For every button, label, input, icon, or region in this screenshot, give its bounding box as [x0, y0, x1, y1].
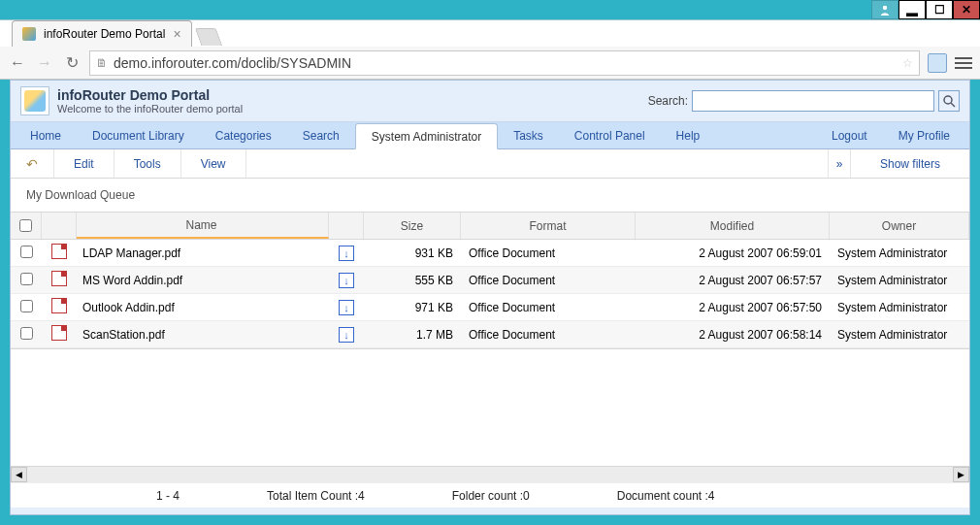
cell-modified: 2 August 2007 06:57:50	[636, 301, 830, 314]
col-name[interactable]: Name	[77, 213, 329, 239]
address-bar[interactable]: 🗎 demo.inforouter.com/doclib/SYSADMIN ☆	[89, 50, 920, 76]
svg-point-0	[883, 6, 887, 10]
row-checkbox[interactable]	[20, 246, 33, 258]
cell-size: 555 KB	[364, 274, 461, 287]
cell-modified: 2 August 2007 06:57:57	[636, 274, 830, 287]
search-input[interactable]	[692, 90, 934, 112]
pdf-icon	[51, 325, 67, 341]
url-text: demo.inforouter.com/doclib/SYSADMIN	[114, 55, 351, 71]
col-modified[interactable]: Modified	[636, 213, 830, 239]
nav-tasks[interactable]: Tasks	[498, 122, 559, 148]
status-total: Total Item Count :4	[267, 489, 365, 503]
show-filters-button[interactable]: Show filters	[851, 149, 969, 178]
forward-button[interactable]: →	[35, 53, 54, 73]
nav-my-profile[interactable]: My Profile	[883, 122, 965, 148]
user-icon[interactable]	[871, 0, 898, 19]
nav-search[interactable]: Search	[287, 122, 355, 148]
table-row[interactable]: Outlook Addin.pdf↓971 KBOffice Document2…	[11, 294, 969, 321]
cell-format: Office Document	[461, 301, 636, 314]
cell-format: Office Document	[461, 246, 636, 260]
scroll-left-button[interactable]: ◀	[11, 467, 27, 482]
cell-owner: System Administrator	[830, 274, 969, 287]
cell-name: ScanStation.pdf	[77, 328, 329, 342]
table-row[interactable]: ScanStation.pdf↓1.7 MBOffice Document2 A…	[11, 321, 969, 348]
app-logo	[20, 86, 49, 115]
reload-button[interactable]: ↻	[62, 53, 82, 73]
new-tab-button[interactable]	[194, 28, 222, 46]
download-icon[interactable]: ↓	[339, 246, 354, 261]
scroll-right-button[interactable]: ▶	[953, 467, 969, 482]
nav-categories[interactable]: Categories	[200, 122, 287, 148]
browser-tab[interactable]: infoRouter Demo Portal ×	[12, 20, 192, 47]
download-icon[interactable]: ↓	[339, 300, 354, 315]
cell-owner: System Administrator	[830, 328, 969, 342]
select-all-checkbox[interactable]	[19, 219, 32, 232]
search-button[interactable]	[938, 90, 960, 112]
search-label: Search:	[648, 94, 688, 108]
page-subtitle: Welcome to the infoRouter demo portal	[57, 103, 243, 115]
tab-close-icon[interactable]: ×	[173, 26, 180, 42]
edit-menu[interactable]: Edit	[54, 149, 114, 178]
table-row[interactable]: LDAP Manager.pdf↓931 KBOffice Document2 …	[11, 240, 969, 267]
svg-line-2	[951, 103, 955, 107]
cell-name: Outlook Addin.pdf	[77, 301, 329, 314]
cell-format: Office Document	[461, 328, 636, 342]
back-button[interactable]: ←	[8, 53, 27, 73]
pdf-icon	[51, 244, 67, 259]
bookmark-icon[interactable]: ☆	[902, 56, 913, 70]
nav-help[interactable]: Help	[661, 122, 716, 148]
col-format[interactable]: Format	[461, 213, 636, 239]
cell-modified: 2 August 2007 06:58:14	[636, 328, 830, 342]
tab-favicon	[22, 27, 36, 41]
page-icon: 🗎	[96, 56, 108, 70]
pdf-icon	[51, 271, 67, 286]
col-size[interactable]: Size	[364, 213, 461, 239]
section-title: My Download Queue	[11, 179, 969, 212]
cell-owner: System Administrator	[830, 246, 969, 260]
scrollbar-track[interactable]	[27, 467, 953, 482]
col-owner[interactable]: Owner	[830, 213, 969, 239]
maximize-button[interactable]: ☐	[926, 0, 953, 19]
pdf-icon	[51, 298, 67, 313]
minimize-button[interactable]: ▬	[898, 0, 926, 19]
cell-name: MS Word Addin.pdf	[77, 274, 329, 287]
col-download	[329, 213, 364, 239]
cell-size: 1.7 MB	[364, 328, 461, 342]
cell-owner: System Administrator	[830, 301, 969, 314]
status-folders: Folder count :0	[452, 489, 530, 503]
table-row[interactable]: MS Word Addin.pdf↓555 KBOffice Document2…	[11, 267, 969, 294]
row-checkbox[interactable]	[20, 327, 33, 340]
download-icon[interactable]: ↓	[339, 273, 354, 288]
download-icon[interactable]: ↓	[339, 327, 354, 343]
cell-name: LDAP Manager.pdf	[77, 246, 329, 260]
tab-title: infoRouter Demo Portal	[44, 27, 165, 41]
status-docs: Document count :4	[617, 489, 715, 503]
svg-point-1	[944, 96, 952, 104]
nav-control-panel[interactable]: Control Panel	[559, 122, 661, 148]
chevron-down-icon[interactable]: »	[828, 149, 851, 178]
status-range: 1 - 4	[156, 489, 180, 503]
col-icon	[42, 213, 77, 239]
cell-size: 971 KB	[364, 301, 461, 314]
nav-system-administrator[interactable]: System Administrator	[355, 123, 498, 149]
row-checkbox[interactable]	[20, 273, 33, 285]
cell-size: 931 KB	[364, 246, 461, 260]
nav-document-library[interactable]: Document Library	[77, 122, 200, 148]
close-button[interactable]: ✕	[953, 0, 980, 19]
extension-icon[interactable]	[928, 53, 947, 73]
view-menu[interactable]: View	[181, 149, 246, 178]
page-title: infoRouter Demo Portal	[57, 87, 243, 103]
chrome-menu-icon[interactable]	[955, 57, 972, 69]
nav-logout[interactable]: Logout	[816, 122, 883, 148]
nav-home[interactable]: Home	[15, 122, 77, 148]
cell-modified: 2 August 2007 06:59:01	[636, 246, 830, 260]
undo-icon[interactable]: ↶	[11, 149, 54, 178]
row-checkbox[interactable]	[20, 300, 33, 312]
cell-format: Office Document	[461, 274, 636, 287]
tools-menu[interactable]: Tools	[114, 149, 181, 178]
